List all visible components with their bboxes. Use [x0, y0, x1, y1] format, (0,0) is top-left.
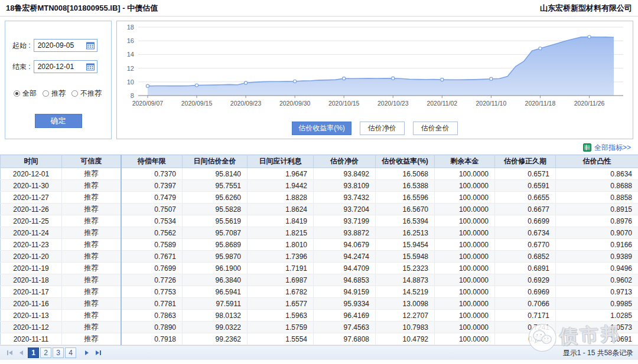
- table-row[interactable]: 2020-11-19推荐0.769996.19001.719194.470915…: [1, 263, 638, 274]
- table-cell: 1.0573: [556, 322, 638, 333]
- radio-all-label: 全部: [22, 88, 37, 99]
- table-cell: 0.7753: [121, 286, 183, 298]
- table-cell: 0.7918: [121, 333, 183, 345]
- y-axis-tick-label: 18: [127, 24, 134, 31]
- column-header-4[interactable]: 日间估价全价: [183, 155, 248, 168]
- excel-export-icon[interactable]: [583, 143, 591, 152]
- table-row[interactable]: 2020-11-26推荐0.750795.58281.862493.720416…: [1, 204, 638, 215]
- table-cell: 2020-11-27: [1, 192, 62, 204]
- column-header-5[interactable]: 日间应计利息: [248, 155, 314, 168]
- table-cell: 93.8872: [314, 227, 376, 239]
- filter-panel: 起始 : 2020-09-05 结束 : 2020-12-01 全部: [5, 21, 112, 139]
- table-cell: 2020-11-19: [1, 263, 62, 274]
- table-cell: 100.0000: [435, 286, 495, 298]
- table-cell: 0.9166: [556, 239, 638, 251]
- column-header-10[interactable]: 估价凸性: [556, 155, 638, 168]
- table-cell: 1.8419: [248, 215, 314, 227]
- table-cell: 0.8976: [556, 215, 638, 227]
- table-cell: 0.8858: [556, 192, 638, 204]
- table-cell: 16.5670: [376, 204, 435, 215]
- table-cell: 2020-11-11: [1, 333, 62, 345]
- radio-dot[interactable]: [71, 90, 78, 97]
- all-indicators-link[interactable]: 全部指标>>: [594, 143, 631, 153]
- radio-all[interactable]: 全部: [14, 88, 37, 99]
- column-header-2[interactable]: 可信度: [62, 155, 121, 168]
- table-cell: 1.6987: [248, 274, 314, 286]
- table-row[interactable]: 2020-11-30推荐0.739795.75511.944293.810916…: [1, 180, 638, 192]
- radio-dot[interactable]: [14, 90, 20, 97]
- table-cell: 13.0098: [376, 298, 435, 310]
- confirm-button[interactable]: 确定: [35, 114, 82, 128]
- table-row[interactable]: 2020-11-25推荐0.753495.56191.841993.719916…: [1, 215, 638, 227]
- page-button-2[interactable]: 2: [40, 347, 51, 358]
- tab-valuation-yield[interactable]: 估价收益率(%): [292, 122, 351, 135]
- page-button-4[interactable]: 4: [65, 347, 76, 358]
- radio-recommended[interactable]: 推荐: [43, 88, 66, 99]
- prev-page-button[interactable]: [16, 348, 25, 358]
- radio-not-recommended[interactable]: 不推荐: [71, 88, 102, 99]
- table-cell: 1.9442: [248, 180, 314, 192]
- table-cell: 95.8689: [183, 239, 248, 251]
- table-cell: 0.7534: [121, 215, 183, 227]
- radio-dot[interactable]: [43, 90, 49, 97]
- end-date-input[interactable]: 2020-12-01: [34, 60, 97, 73]
- table-cell: 1.8215: [248, 227, 314, 239]
- table-cell: 推荐: [62, 298, 121, 310]
- recommend-radio-group: 全部 推荐 不推荐: [14, 88, 111, 99]
- first-page-button[interactable]: [5, 348, 14, 358]
- column-header-1[interactable]: 时间: [1, 155, 62, 168]
- table-cell: 100.0000: [435, 310, 495, 322]
- page-button-3[interactable]: 3: [53, 347, 64, 358]
- table-row[interactable]: 2020-11-11推荐0.791899.23621.555497.680810…: [1, 333, 638, 345]
- table-cell: 93.8492: [314, 168, 376, 180]
- next-page-button[interactable]: [82, 348, 92, 358]
- table-cell: 推荐: [62, 263, 121, 274]
- table-row[interactable]: 2020-12-01推荐0.737095.81401.964793.849216…: [1, 168, 638, 180]
- table-cell: 14.8873: [376, 274, 435, 286]
- table-cell: 98.0132: [183, 310, 248, 322]
- table-cell: 0.7241: [495, 322, 556, 333]
- table-cell: 0.9070: [556, 227, 638, 239]
- y-axis-tick-label: 10: [127, 78, 134, 86]
- table-cell: 0.7781: [121, 298, 183, 310]
- table-cell: 推荐: [62, 274, 121, 286]
- table-row[interactable]: 2020-11-16推荐0.778197.59111.657795.933413…: [1, 298, 638, 310]
- company-name: 山东宏桥新型材料有限公司: [540, 3, 632, 14]
- table-cell: 2020-11-24: [1, 227, 62, 239]
- page-button-1[interactable]: 1: [28, 347, 39, 358]
- data-point-marker: [441, 78, 444, 81]
- table-cell: 95.8140: [183, 168, 248, 180]
- table-row[interactable]: 2020-11-12推荐0.789099.03221.575997.456310…: [1, 322, 638, 333]
- table-cell: 推荐: [62, 322, 121, 333]
- table-cell: 95.5828: [183, 204, 248, 215]
- tab-valuation-net-price[interactable]: 估价净价: [360, 122, 405, 135]
- table-row[interactable]: 2020-11-27推荐0.747995.62601.882893.743216…: [1, 192, 638, 204]
- calendar-icon[interactable]: [86, 63, 95, 71]
- table-row[interactable]: 2020-11-17推荐0.775396.59411.678294.915914…: [1, 286, 638, 298]
- table-cell: 0.7507: [121, 204, 183, 215]
- table-header-row: 时间可信度待偿年限日间估价全价日间应计利息估价净价估价收益率(%)剩余本金估价修…: [1, 155, 638, 168]
- table-cell: 0.9602: [556, 274, 638, 286]
- column-header-6[interactable]: 估价净价: [314, 155, 376, 168]
- table-row[interactable]: 2020-11-24推荐0.756295.70871.821593.887216…: [1, 227, 638, 239]
- table-row[interactable]: 2020-11-20推荐0.767195.98701.739694.247415…: [1, 251, 638, 263]
- table-row[interactable]: 2020-11-13推荐0.786398.01321.596396.416912…: [1, 310, 638, 322]
- table-row[interactable]: 2020-11-23推荐0.758995.86891.801094.067915…: [1, 239, 638, 251]
- column-header-9[interactable]: 估价修正久期: [495, 155, 556, 168]
- table-cell: 0.7370: [121, 168, 183, 180]
- record-count-summary: 显示1 - 15 共58条记录: [563, 348, 633, 358]
- table-cell: 0.7397: [121, 180, 183, 192]
- table-cell: 推荐: [62, 310, 121, 322]
- column-header-3[interactable]: 待偿年限: [121, 155, 183, 168]
- column-header-8[interactable]: 剩余本金: [435, 155, 495, 168]
- table-cell: 100.0000: [435, 251, 495, 263]
- calendar-icon[interactable]: [86, 42, 95, 50]
- table-cell: 96.1900: [183, 263, 248, 274]
- table-cell: 1.5554: [248, 333, 314, 345]
- tab-valuation-full-price[interactable]: 估价全价: [413, 122, 458, 135]
- column-header-7[interactable]: 估价收益率(%): [376, 155, 435, 168]
- table-cell: 93.8109: [314, 180, 376, 192]
- start-date-input[interactable]: 2020-09-05: [34, 39, 97, 52]
- last-page-button[interactable]: [93, 348, 103, 358]
- table-row[interactable]: 2020-11-18推荐0.772696.38401.698794.685314…: [1, 274, 638, 286]
